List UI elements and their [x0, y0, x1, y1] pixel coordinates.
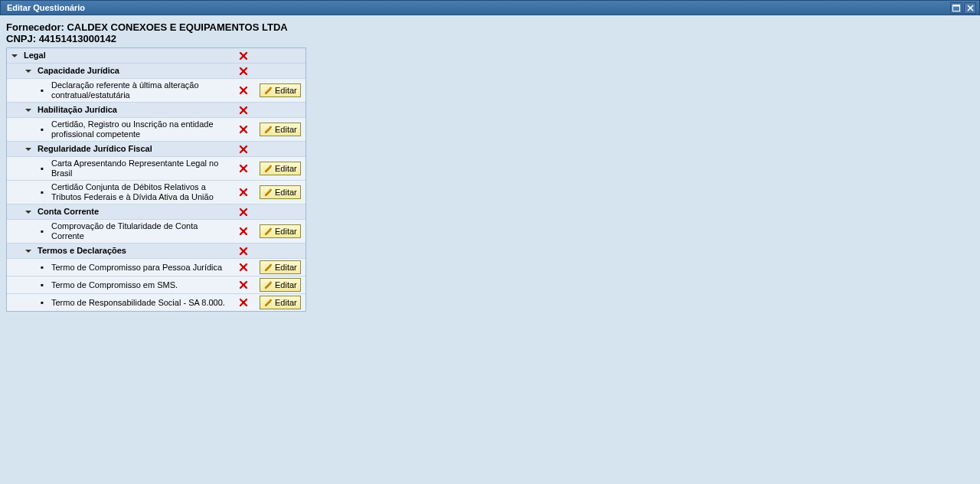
chevron-down-icon[interactable] [24, 67, 33, 76]
tree-group-label: Habilitação Jurídica [38, 105, 235, 115]
tree-group: Termos e Declarações [7, 244, 305, 259]
tree-item-label: Carta Apresentando Representante Legal n… [51, 159, 235, 178]
edit-button[interactable]: Editar [260, 224, 301, 238]
tree-item: ■Comprovação de Titularidade de Conta Co… [7, 220, 305, 244]
tree-group: Habilitação Jurídica [7, 103, 305, 118]
chevron-down-icon[interactable] [24, 145, 33, 154]
tree-group-label: Capacidade Jurídica [38, 66, 235, 76]
bullet-icon: ■ [38, 265, 47, 270]
tree-item-label: Declaração referente à última alteração … [51, 80, 235, 100]
titlebar: Editar Questionário [0, 0, 980, 15]
tree-item: ■Certidão, Registro ou Inscrição na enti… [7, 118, 305, 142]
edit-button-label: Editar [275, 227, 297, 236]
bullet-icon: ■ [38, 229, 47, 234]
tree-item: ■Carta Apresentando Representante Legal … [7, 157, 305, 181]
edit-button[interactable]: Editar [260, 260, 301, 274]
delete-icon[interactable] [238, 124, 249, 135]
delete-icon[interactable] [238, 297, 249, 308]
edit-button-label: Editar [275, 188, 297, 197]
chevron-down-icon[interactable] [24, 106, 33, 115]
bullet-icon: ■ [38, 283, 47, 287]
edit-button[interactable]: Editar [260, 296, 301, 309]
window-title: Editar Questionário [7, 3, 949, 12]
tree-group-label: Termos e Declarações [38, 246, 235, 256]
tree-group: Conta Corrente [7, 204, 305, 220]
delete-icon[interactable] [238, 66, 249, 77]
pencil-icon [263, 227, 273, 236]
pencil-icon [263, 280, 273, 289]
tree-group: Capacidade Jurídica [7, 64, 305, 79]
delete-icon[interactable] [238, 280, 249, 290]
chevron-down-icon[interactable] [24, 208, 33, 217]
supplier-label: Fornecedor: [6, 21, 64, 33]
delete-icon[interactable] [238, 144, 249, 155]
tree-root-label: Legal [24, 51, 235, 60]
cnpj-value: 44151413000142 [39, 33, 116, 44]
maximize-button[interactable] [950, 2, 962, 14]
edit-button[interactable]: Editar [260, 123, 301, 136]
edit-button[interactable]: Editar [260, 278, 301, 292]
maximize-icon [952, 5, 960, 11]
delete-icon[interactable] [238, 262, 249, 273]
cnpj-label: CNPJ: [6, 33, 36, 44]
delete-icon[interactable] [238, 226, 249, 237]
tree-item: ■Certidão Conjunta de Débitos Relativos … [7, 181, 305, 204]
tree-root: Legal [7, 48, 305, 64]
chevron-down-icon[interactable] [10, 51, 19, 60]
delete-icon[interactable] [238, 85, 249, 96]
delete-icon[interactable] [238, 105, 249, 116]
tree-item-label: Termo de Compromisso para Pessoa Jurídic… [51, 263, 235, 273]
tree-group-label: Conta Corrente [38, 207, 235, 217]
delete-icon[interactable] [238, 51, 249, 61]
edit-button[interactable]: Editar [260, 83, 301, 97]
pencil-icon [263, 125, 273, 134]
pencil-icon [263, 188, 273, 197]
content: Fornecedor: CALDEX CONEXOES E EQUIPAMENT… [0, 15, 980, 318]
cnpj-line: CNPJ: 44151413000142 [6, 33, 974, 44]
tree-item-label: Certidão, Registro ou Inscrição na entid… [51, 119, 235, 139]
tree-item: ■Termo de Compromisso em SMS.Editar [7, 276, 305, 294]
edit-button-label: Editar [275, 263, 297, 272]
tree-group: Regularidade Jurídico Fiscal [7, 142, 305, 157]
chevron-down-icon[interactable] [24, 247, 33, 256]
tree: LegalCapacidade Jurídica■Declaração refe… [6, 47, 306, 312]
supplier-line: Fornecedor: CALDEX CONEXOES E EQUIPAMENT… [6, 21, 974, 33]
close-icon [967, 5, 974, 11]
delete-icon[interactable] [238, 207, 249, 217]
pencil-icon [263, 263, 273, 272]
close-button[interactable] [964, 2, 976, 14]
bullet-icon: ■ [38, 166, 47, 171]
tree-item: ■Declaração referente à última alteração… [7, 79, 305, 103]
tree-item-label: Comprovação de Titularidade de Conta Cor… [51, 221, 235, 241]
delete-icon[interactable] [238, 246, 249, 257]
edit-button[interactable]: Editar [260, 162, 301, 175]
pencil-icon [263, 86, 273, 95]
tree-item: ■Termo de Compromisso para Pessoa Jurídi… [7, 259, 305, 276]
edit-button-label: Editar [275, 86, 297, 95]
pencil-icon [263, 164, 273, 173]
bullet-icon: ■ [38, 88, 47, 93]
edit-button-label: Editar [275, 298, 297, 307]
tree-group-label: Regularidade Jurídico Fiscal [38, 144, 235, 154]
bullet-icon: ■ [38, 127, 47, 132]
tree-item-label: Certidão Conjunta de Débitos Relativos a… [51, 182, 235, 202]
tree-item-label: Termo de Compromisso em SMS. [51, 280, 235, 290]
tree-item: ■Termo de Responsabilidade Social - SA 8… [7, 294, 305, 311]
edit-button-label: Editar [275, 125, 297, 134]
svg-rect-1 [953, 5, 960, 6]
edit-button[interactable]: Editar [260, 185, 301, 199]
tree-item-label: Termo de Responsabilidade Social - SA 8.… [51, 298, 235, 308]
edit-button-label: Editar [275, 164, 297, 173]
bullet-icon: ■ [38, 190, 47, 195]
edit-button-label: Editar [275, 280, 297, 289]
supplier-name: CALDEX CONEXOES E EQUIPAMENTOS LTDA [67, 21, 287, 33]
delete-icon[interactable] [238, 187, 249, 198]
bullet-icon: ■ [38, 300, 47, 305]
pencil-icon [263, 298, 273, 307]
delete-icon[interactable] [238, 163, 249, 174]
